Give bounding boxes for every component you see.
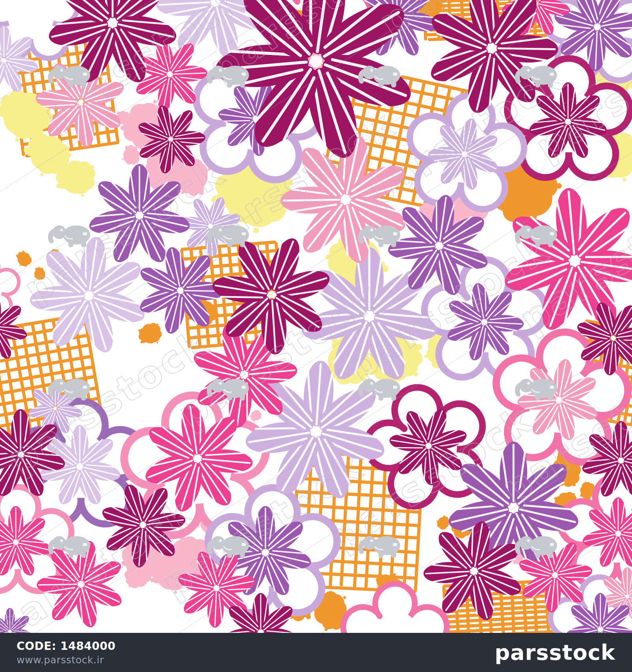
website-url-label: www.parsstock.ir <box>17 654 116 666</box>
floral-pattern-image: parsstockparsstockparsstockparsstockpars… <box>0 0 632 633</box>
paint-splat <box>54 159 98 200</box>
footer-bar: CODE: 1484000 www.parsstock.ir parsstock <box>0 633 632 672</box>
footer-info: CODE: 1484000 www.parsstock.ir <box>17 640 116 666</box>
elephant-watermark-icon <box>48 66 90 87</box>
stock-image-page: parsstockparsstockparsstockparsstockpars… <box>0 0 632 672</box>
parsstock-logo: parsstock <box>495 642 615 663</box>
elephant-watermark-icon <box>358 536 401 558</box>
image-code-label: CODE: 1484000 <box>17 640 116 653</box>
elephant-watermark-icon <box>48 225 90 247</box>
outline-blossom-stamp <box>343 584 447 633</box>
